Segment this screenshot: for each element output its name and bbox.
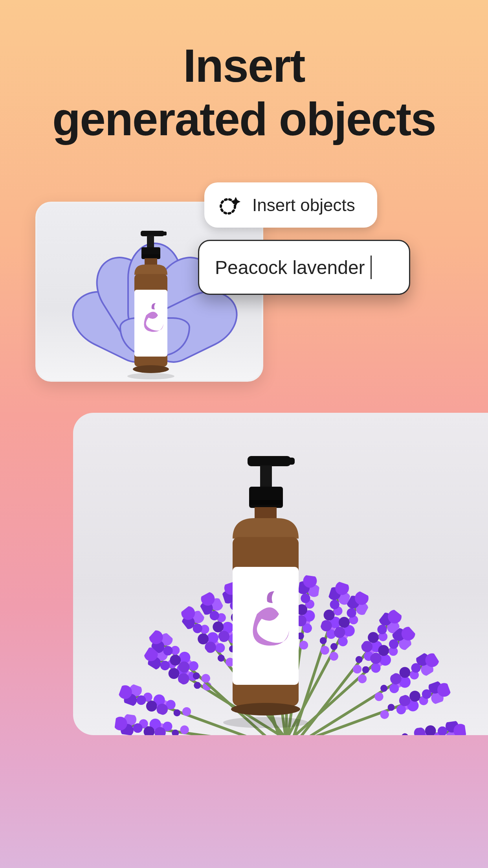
text-cursor [371,256,372,279]
svg-rect-4 [141,254,160,257]
svg-rect-13 [260,465,272,487]
insert-objects-label: Insert objects [252,195,355,215]
insert-objects-button[interactable]: Insert objects [204,182,377,228]
product-bottle-small [123,231,178,380]
svg-rect-1 [160,232,167,235]
product-bottle-large [215,456,317,731]
svg-rect-16 [255,507,277,519]
page-title: Insert generated objects [0,0,488,146]
result-image-card [73,413,488,735]
generative-sparkle-icon [218,194,241,217]
svg-rect-18 [233,567,299,685]
prompt-input-value: Peacock lavender [215,257,365,278]
svg-point-8 [133,365,169,373]
svg-rect-15 [249,500,283,505]
headline-line2: generated objects [52,93,436,145]
headline-line1: Insert [183,40,305,92]
svg-rect-12 [283,458,295,465]
svg-rect-5 [145,258,157,265]
svg-point-20 [223,717,308,728]
svg-rect-2 [147,235,154,248]
svg-point-9 [127,373,174,379]
svg-rect-7 [134,290,167,357]
prompt-input[interactable]: Peacock lavender [198,240,410,295]
svg-point-19 [231,703,300,715]
